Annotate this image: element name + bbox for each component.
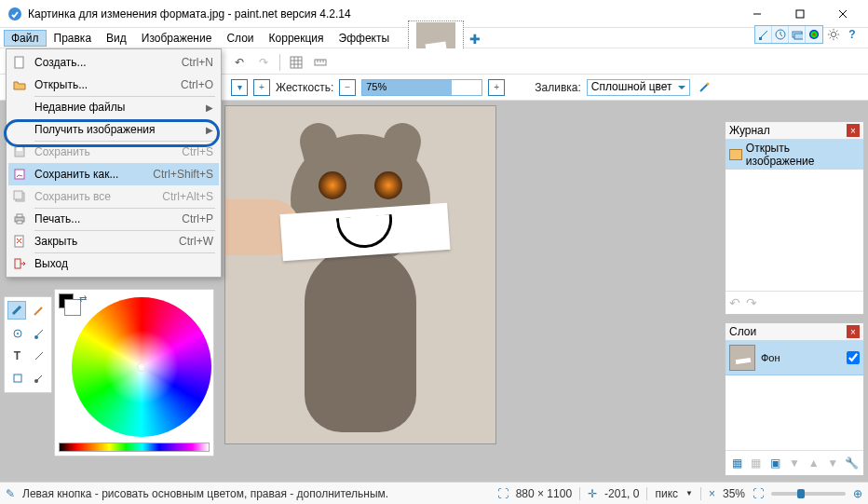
zoom-in-icon[interactable]: ⊕	[853, 487, 862, 500]
help-icon[interactable]: ?	[844, 26, 861, 43]
svg-point-20	[706, 82, 709, 85]
fg-bg-swatch[interactable]	[59, 293, 74, 308]
layer-visibility-checkbox[interactable]	[847, 351, 860, 364]
menu-recent[interactable]: Недавние файлы▶	[8, 96, 219, 118]
menu-view[interactable]: Вид	[99, 30, 134, 47]
layer-properties-button[interactable]: 🔧	[844, 455, 860, 471]
svg-rect-2	[796, 10, 804, 18]
colors-panel: ⇄	[54, 289, 214, 456]
brush-size-decrease[interactable]: ▾	[231, 79, 248, 96]
status-cursor: -201, 0	[604, 487, 639, 500]
color-palette[interactable]	[59, 443, 210, 452]
history-item[interactable]: Открыть изображение	[726, 140, 863, 170]
history-undo-icon[interactable]: ↶	[729, 295, 740, 310]
history-item-label: Открыть изображение	[746, 142, 860, 168]
swap-colors-icon[interactable]: ⇄	[79, 293, 87, 304]
paintbrush-tool[interactable]	[7, 301, 26, 320]
line-tool[interactable]	[29, 346, 48, 366]
text-tool[interactable]: T	[7, 346, 27, 366]
add-image-icon[interactable]: ✚	[469, 32, 481, 47]
layer-name: Фон	[761, 352, 841, 363]
svg-rect-23	[17, 147, 22, 151]
menu-adjust[interactable]: Коррекция	[262, 30, 332, 47]
ruler-button[interactable]	[310, 52, 331, 73]
history-redo-icon[interactable]: ↷	[746, 295, 757, 310]
fill-options-icon[interactable]	[696, 79, 712, 96]
svg-rect-33	[15, 259, 20, 268]
svg-rect-5	[759, 37, 762, 40]
history-panel: Журнал× Открыть изображение ↶ ↷	[725, 121, 864, 315]
open-image-icon	[729, 149, 742, 160]
menu-save-as[interactable]: Сохранить как...Ctrl+Shift+S	[8, 163, 219, 185]
save-icon	[10, 143, 29, 161]
fit-window-icon[interactable]: ⛶	[753, 487, 764, 500]
exit-icon	[10, 254, 29, 273]
menu-open[interactable]: Открыть...Ctrl+O	[8, 74, 219, 96]
colors-panel-toggle[interactable]	[806, 26, 822, 43]
menu-print[interactable]: Печать...Ctrl+P	[8, 208, 219, 230]
dimensions-icon: ⛶	[497, 487, 509, 500]
brush-icon: ✎	[6, 487, 15, 500]
menu-edit[interactable]: Правка	[47, 30, 100, 47]
menu-effects[interactable]: Эффекты	[332, 30, 398, 47]
app-icon	[7, 7, 22, 21]
settings-icon[interactable]	[825, 26, 842, 43]
svg-point-10	[831, 32, 835, 36]
maximize-button[interactable]	[779, 1, 821, 27]
status-hint: Левая кнопка - рисовать основным цветом,…	[22, 487, 388, 500]
recolor-tool[interactable]	[29, 323, 48, 344]
history-close-icon[interactable]: ×	[847, 124, 860, 137]
hardness-slider[interactable]: 75%	[361, 79, 482, 96]
merge-layer-button[interactable]: ▼	[787, 455, 803, 471]
layer-thumbnail	[729, 345, 755, 371]
hardness-increase[interactable]: +	[488, 79, 505, 96]
close-button[interactable]	[821, 1, 864, 27]
zoom-out-icon[interactable]: ×	[709, 487, 715, 500]
pencil-tool[interactable]	[28, 301, 48, 321]
zoom-slider[interactable]	[771, 492, 846, 496]
delete-layer-button[interactable]: ▦	[749, 455, 765, 471]
svg-rect-37	[14, 375, 21, 382]
redo-button[interactable]: ↷	[253, 52, 274, 73]
layers-panel-toggle[interactable]	[789, 26, 806, 43]
svg-rect-21	[15, 57, 23, 68]
layer-row[interactable]: Фон	[726, 341, 863, 375]
svg-point-38	[34, 379, 38, 383]
menu-layers[interactable]: Слои	[219, 30, 261, 47]
grid-button[interactable]	[286, 52, 306, 73]
tools-panel: T	[4, 296, 52, 393]
layers-title: Слои	[729, 325, 756, 338]
history-panel-toggle[interactable]	[772, 26, 789, 43]
menu-new[interactable]: Создать...Ctrl+N	[8, 51, 219, 74]
add-layer-button[interactable]: ▦	[729, 455, 745, 471]
svg-point-0	[8, 7, 21, 20]
move-down-button[interactable]: ▼	[825, 455, 841, 471]
svg-rect-24	[15, 170, 24, 179]
menu-image[interactable]: Изображение	[134, 30, 220, 47]
hardness-decrease[interactable]: −	[339, 79, 356, 96]
status-units[interactable]: пикс	[655, 487, 678, 500]
menu-file[interactable]: Файл	[4, 30, 47, 47]
undo-button[interactable]: ↶	[229, 52, 250, 73]
color-wheel[interactable]	[72, 297, 211, 437]
move-up-button[interactable]: ▲	[806, 455, 821, 471]
shapes-tool[interactable]	[7, 368, 27, 388]
menu-save[interactable]: СохранитьCtrl+S	[8, 141, 219, 163]
color-picker-tool[interactable]	[29, 368, 48, 388]
fill-style-value: Сплошной цвет	[591, 80, 672, 93]
print-icon	[10, 210, 29, 228]
menu-save-all[interactable]: Сохранить всеCtrl+Alt+S	[8, 185, 219, 208]
tools-panel-toggle[interactable]	[755, 26, 772, 43]
layers-close-icon[interactable]: ×	[847, 325, 860, 338]
fill-style-select[interactable]: Сплошной цвет	[587, 79, 690, 96]
clone-stamp-tool[interactable]	[7, 323, 27, 344]
duplicate-layer-button[interactable]: ▣	[767, 455, 783, 471]
save-all-icon	[10, 187, 29, 206]
menu-exit[interactable]: Выход	[8, 252, 219, 275]
menu-acquire[interactable]: Получить изображения▶	[8, 118, 219, 141]
canvas[interactable]	[225, 106, 495, 443]
brush-size-increase[interactable]: +	[253, 79, 270, 96]
menu-close[interactable]: ЗакрытьCtrl+W	[8, 230, 219, 252]
close-file-icon	[10, 232, 29, 251]
minimize-button[interactable]	[736, 1, 779, 27]
